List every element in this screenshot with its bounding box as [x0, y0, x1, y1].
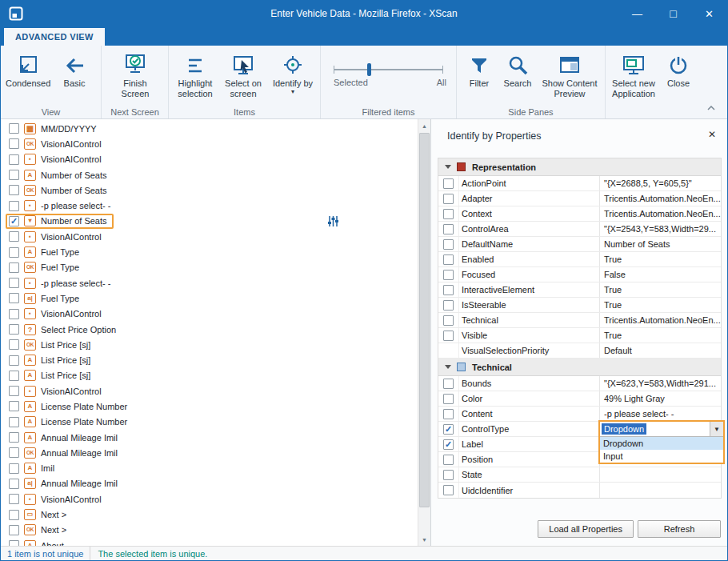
- item-checkbox[interactable]: [9, 185, 19, 195]
- item-checkbox[interactable]: [9, 447, 19, 458]
- tree-item[interactable]: ANumber of Seats: [1, 167, 418, 182]
- property-checkbox[interactable]: [443, 300, 454, 311]
- tree-item[interactable]: AList Price [sj]: [1, 352, 418, 367]
- combo-dropdown-button[interactable]: ▼: [710, 422, 723, 436]
- property-checkbox[interactable]: [443, 239, 454, 250]
- identify-by-button[interactable]: Identify by ▾: [270, 50, 316, 94]
- property-checkbox[interactable]: [443, 394, 454, 404]
- item-checkbox[interactable]: [9, 123, 19, 134]
- property-row[interactable]: AdapterTricentis.Automation.NeoEn...: [438, 191, 721, 206]
- tree-item[interactable]: ✓▾Number of Seats: [1, 214, 418, 229]
- item-checkbox[interactable]: [9, 401, 19, 411]
- property-checkbox[interactable]: [443, 285, 454, 295]
- property-row[interactable]: InteractiveElementTrue: [438, 283, 721, 298]
- item-checkbox[interactable]: [9, 525, 19, 535]
- property-checkbox[interactable]: [443, 455, 454, 465]
- tab-advanced-view[interactable]: ADVANCED VIEW: [4, 28, 105, 46]
- property-checkbox[interactable]: [443, 485, 454, 495]
- property-checkbox[interactable]: ✓: [443, 439, 454, 450]
- item-checkbox[interactable]: ✓: [9, 216, 19, 226]
- show-content-preview-button[interactable]: Show Content Preview: [538, 50, 601, 99]
- tree-item[interactable]: AImil: [1, 461, 418, 476]
- dropdown-option[interactable]: Input: [600, 450, 723, 463]
- tree-item[interactable]: a|Fuel Type: [1, 291, 418, 306]
- filtered-items-slider[interactable]: [334, 62, 443, 78]
- item-checkbox[interactable]: [9, 510, 19, 520]
- tree-item[interactable]: AAnnual Mileage Imil: [1, 430, 418, 445]
- item-checkbox[interactable]: [9, 278, 19, 288]
- minimize-button[interactable]: —: [619, 1, 655, 26]
- property-checkbox[interactable]: [443, 331, 454, 341]
- property-row[interactable]: IsSteerableTrue: [438, 298, 721, 313]
- property-checkbox[interactable]: ✓: [443, 424, 454, 435]
- item-checkbox[interactable]: [9, 339, 19, 350]
- tree-item[interactable]: OKAnnual Mileage Imil: [1, 445, 418, 460]
- select-on-screen-button[interactable]: Select on screen: [220, 50, 266, 99]
- item-checkbox[interactable]: [9, 293, 19, 303]
- property-checkbox[interactable]: [443, 379, 454, 389]
- property-checkbox[interactable]: [443, 224, 454, 234]
- property-row[interactable]: VisualSelectionPriorityDefault: [438, 343, 721, 359]
- property-checkbox[interactable]: [443, 254, 454, 265]
- property-row[interactable]: DefaultNameNumber of Seats: [438, 237, 721, 252]
- panel-close-icon[interactable]: ✕: [708, 129, 716, 140]
- search-button[interactable]: Search: [498, 50, 537, 89]
- tree-item[interactable]: ▪-p please select- -: [1, 198, 418, 213]
- tree-item[interactable]: AAbout: [1, 538, 418, 546]
- tree-item[interactable]: ?Select Price Option: [1, 322, 418, 337]
- item-checkbox[interactable]: [9, 494, 19, 504]
- item-checkbox[interactable]: [9, 201, 19, 211]
- property-checkbox[interactable]: [443, 470, 454, 480]
- ribbon-collapse-chevron[interactable]: [706, 99, 716, 114]
- item-checkbox[interactable]: [9, 170, 19, 180]
- select-new-application-button[interactable]: Select new Application: [607, 50, 660, 99]
- item-checkbox[interactable]: [9, 154, 19, 165]
- tree-item[interactable]: OKVisionAIControl: [1, 136, 418, 151]
- scroll-down-icon[interactable]: ▼: [418, 533, 430, 546]
- tree-item[interactable]: ▪-p please select- -: [1, 275, 418, 291]
- item-checkbox[interactable]: [9, 262, 19, 273]
- close-window-button[interactable]: ✕: [691, 1, 727, 26]
- basic-button[interactable]: Basic: [54, 50, 95, 89]
- property-row[interactable]: FocusedFalse: [438, 267, 721, 283]
- property-row[interactable]: State: [438, 467, 721, 483]
- tree-item[interactable]: ▪VisionAIControl: [1, 383, 418, 399]
- property-row[interactable]: ControlArea"{X=2543,Y=583,Width=29...: [438, 222, 721, 237]
- property-row[interactable]: ActionPoint"{X=2688,5, Y=605,5}": [438, 176, 721, 191]
- item-checkbox[interactable]: [9, 479, 19, 489]
- item-checkbox[interactable]: [9, 231, 19, 242]
- tree-item[interactable]: ▪VisionAIControl: [1, 307, 418, 322]
- highlight-selection-button[interactable]: Highlight selection: [172, 50, 218, 99]
- dropdown-option[interactable]: Dropdown: [600, 437, 723, 450]
- tree-item[interactable]: a|Annual Mileage Imil: [1, 476, 418, 491]
- tree-item[interactable]: AFuel Type: [1, 244, 418, 259]
- close-button[interactable]: Close: [662, 50, 695, 89]
- property-checkbox[interactable]: [443, 209, 454, 219]
- scrollbar-thumb[interactable]: [419, 133, 430, 507]
- tree-item[interactable]: ▪VisionAIControl: [1, 229, 418, 244]
- filter-button[interactable]: Filter: [462, 50, 497, 89]
- tree-item[interactable]: ALicense Plate Number: [1, 415, 418, 430]
- item-checkbox[interactable]: [9, 324, 19, 335]
- property-checkbox[interactable]: [443, 194, 454, 204]
- property-row[interactable]: EnabledTrue: [438, 252, 721, 267]
- property-checkbox[interactable]: [443, 270, 454, 280]
- controltype-combo-field[interactable]: Dropdown: [600, 422, 710, 436]
- tree-scrollbar[interactable]: ▲ ▼: [418, 119, 430, 546]
- property-row[interactable]: Bounds"{X=623,Y=583,Width=291...: [438, 376, 721, 391]
- section-header-technical[interactable]: Technical: [438, 359, 721, 376]
- property-row[interactable]: UidcIdentifier: [438, 483, 721, 498]
- property-row[interactable]: Color49% Light Gray: [438, 391, 721, 407]
- item-checkbox[interactable]: [9, 386, 19, 396]
- tree-item[interactable]: OKNext >: [1, 523, 418, 538]
- item-checkbox[interactable]: [9, 463, 19, 474]
- item-checkbox[interactable]: [9, 355, 19, 366]
- slider-thumb[interactable]: [367, 63, 371, 76]
- item-checkbox[interactable]: [9, 432, 19, 443]
- item-checkbox[interactable]: [9, 309, 19, 319]
- property-checkbox[interactable]: [443, 409, 454, 419]
- property-row[interactable]: TechnicalTricentis.Automation.NeoEn...: [438, 313, 721, 328]
- property-checkbox[interactable]: [443, 178, 454, 189]
- tree-item[interactable]: OKNumber of Seats: [1, 182, 418, 198]
- condensed-button[interactable]: Condensed: [6, 50, 50, 89]
